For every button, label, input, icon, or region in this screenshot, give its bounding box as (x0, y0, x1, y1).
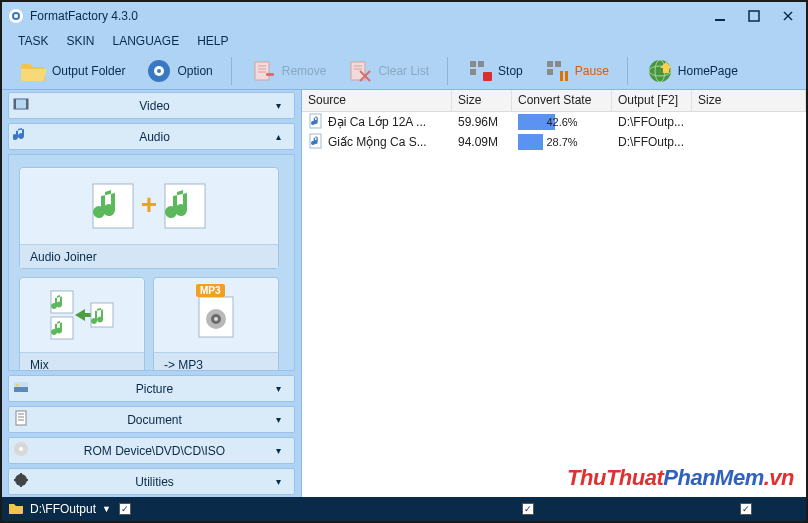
cell-size: 94.09M (452, 135, 512, 149)
close-button[interactable] (780, 8, 796, 24)
category-document-label: Document (33, 413, 276, 427)
svg-rect-55 (20, 473, 22, 477)
output-folder-label: Output Folder (52, 64, 125, 78)
category-rom[interactable]: ROM Device\DVD\CD\ISO ▾ (8, 437, 295, 464)
clear-icon (346, 57, 374, 85)
svg-rect-33 (14, 99, 16, 109)
th-size2[interactable]: Size (692, 90, 806, 111)
chevron-down-icon: ▾ (276, 476, 294, 487)
svg-rect-46 (14, 387, 28, 392)
svg-point-2 (14, 14, 18, 18)
svg-rect-56 (20, 483, 22, 487)
audio-joiner-icon: + (20, 168, 278, 244)
tile-mix[interactable]: Mix (19, 277, 145, 371)
toolbar: Output Folder Option Remove Clear List (2, 52, 806, 90)
svg-rect-28 (565, 71, 568, 81)
progress-bar: 28.7% (518, 134, 606, 150)
audio-panel: + Audio Joiner (8, 154, 295, 371)
option-button[interactable]: Option (137, 55, 220, 87)
pause-icon (543, 57, 571, 85)
disc-icon (9, 441, 33, 460)
watermark: ThuThuatPhanMem.vn (567, 465, 794, 491)
th-size[interactable]: Size (452, 90, 512, 111)
svg-rect-23 (483, 72, 492, 81)
menu-help[interactable]: HELP (197, 34, 228, 48)
maximize-button[interactable] (746, 8, 762, 24)
remove-button[interactable]: Remove (242, 55, 335, 87)
th-source[interactable]: Source (302, 90, 452, 111)
cell-source: Đại Ca Lớp 12A ... (328, 115, 426, 129)
clear-list-button[interactable]: Clear List (338, 55, 437, 87)
titlebar: FormatFactory 4.3.0 (2, 2, 806, 30)
chevron-down-icon: ▾ (276, 100, 294, 111)
svg-point-53 (19, 447, 23, 451)
status-check-2[interactable]: ✓ (522, 503, 534, 515)
category-video-label: Video (33, 99, 276, 113)
folder-icon (20, 57, 48, 85)
category-utilities-label: Utilities (33, 475, 276, 489)
category-document[interactable]: Document ▾ (8, 406, 295, 433)
homepage-button[interactable]: HomePage (638, 55, 746, 87)
svg-rect-27 (560, 71, 563, 81)
category-audio-label: Audio (33, 130, 276, 144)
queue-panel: Source Size Convert State Output [F2] Si… (302, 90, 806, 497)
table-row[interactable]: Đại Ca Lớp 12A ...59.96M42.6%D:\FFOutp..… (302, 112, 806, 132)
gear-icon (145, 57, 173, 85)
svg-rect-32 (14, 99, 28, 109)
category-video[interactable]: Video ▾ (8, 92, 295, 119)
svg-rect-24 (547, 61, 553, 67)
svg-point-9 (157, 69, 161, 73)
sidebar: Video ▾ Audio ▴ + (2, 90, 302, 497)
video-icon (9, 96, 33, 115)
tile-to-mp3[interactable]: MP3 -> MP3 (153, 277, 279, 371)
pause-label: Pause (575, 64, 609, 78)
category-audio[interactable]: Audio ▴ (8, 123, 295, 150)
chevron-down-icon: ▾ (276, 445, 294, 456)
chevron-up-icon: ▴ (276, 131, 294, 142)
menu-task[interactable]: TASK (18, 34, 48, 48)
remove-label: Remove (282, 64, 327, 78)
svg-point-47 (16, 384, 19, 387)
svg-point-44 (214, 317, 218, 321)
folder-icon (8, 500, 24, 519)
category-picture[interactable]: Picture ▾ (8, 375, 295, 402)
homepage-label: HomePage (678, 64, 738, 78)
clear-list-label: Clear List (378, 64, 429, 78)
menu-skin[interactable]: SKIN (66, 34, 94, 48)
table-row[interactable]: Giấc Mộng Ca S...94.09M28.7%D:\FFOutp... (302, 132, 806, 152)
document-icon (9, 410, 33, 429)
cell-source: Giấc Mộng Ca S... (328, 135, 427, 149)
status-check-3[interactable]: ✓ (740, 503, 752, 515)
mix-icon (20, 278, 144, 352)
cell-size: 59.96M (452, 115, 512, 129)
status-check-1[interactable]: ✓ (119, 503, 131, 515)
category-utilities[interactable]: Utilities ▾ (8, 468, 295, 495)
svg-rect-3 (715, 19, 725, 21)
th-output[interactable]: Output [F2] (612, 90, 692, 111)
table-body: Đại Ca Lớp 12A ...59.96M42.6%D:\FFOutp..… (302, 112, 806, 152)
svg-rect-4 (749, 11, 759, 21)
status-path[interactable]: D:\FFOutput (30, 502, 96, 516)
svg-rect-21 (478, 61, 484, 67)
svg-rect-58 (24, 479, 28, 481)
svg-rect-22 (470, 69, 476, 75)
pause-button[interactable]: Pause (535, 55, 617, 87)
category-rom-label: ROM Device\DVD\CD\ISO (33, 444, 276, 458)
statusbar: D:\FFOutput ▼ ✓ ✓ ✓ (2, 497, 806, 521)
svg-rect-48 (16, 411, 26, 425)
svg-rect-57 (14, 479, 18, 481)
mp3-icon: MP3 (154, 278, 278, 352)
minimize-button[interactable] (712, 8, 728, 24)
stop-button[interactable]: Stop (458, 55, 531, 87)
tile-audio-joiner-label: Audio Joiner (20, 244, 278, 268)
menu-language[interactable]: LANGUAGE (112, 34, 179, 48)
cell-output: D:\FFOutp... (612, 135, 692, 149)
tile-audio-joiner[interactable]: + Audio Joiner (19, 167, 279, 269)
remove-icon (250, 57, 278, 85)
picture-icon (9, 379, 33, 398)
th-convert-state[interactable]: Convert State (512, 90, 612, 111)
chevron-down-icon[interactable]: ▼ (102, 504, 111, 514)
output-folder-button[interactable]: Output Folder (12, 55, 133, 87)
globe-icon (646, 57, 674, 85)
chevron-down-icon: ▾ (276, 383, 294, 394)
